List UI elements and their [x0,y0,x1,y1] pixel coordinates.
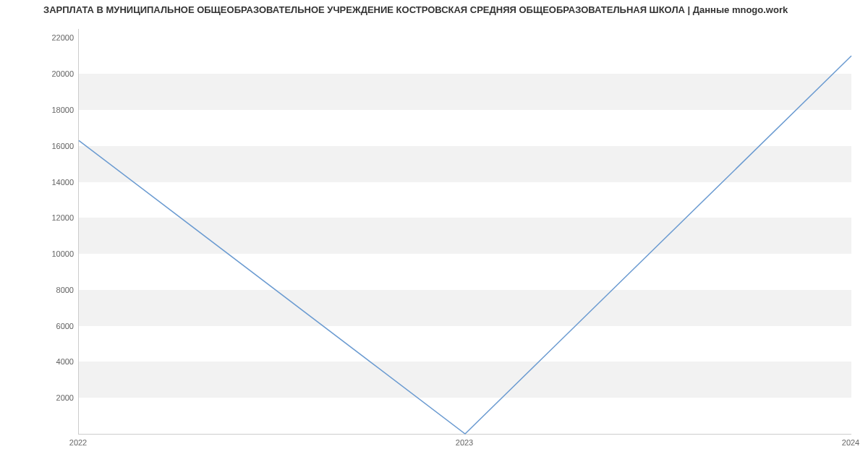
chart-title: ЗАРПЛАТА В МУНИЦИПАЛЬНОЕ ОБЩЕОБРАЗОВАТЕЛ… [43,4,788,15]
y-tick-label: 18000 [9,106,74,114]
y-tick-label: 4000 [9,357,74,366]
x-tick-label: 2024 [842,438,859,447]
y-tick-label: 8000 [9,286,74,294]
x-tick-label: 2022 [69,438,87,447]
y-tick-label: 16000 [9,142,74,150]
x-tick-label: 2023 [456,438,473,447]
y-tick-label: 12000 [9,213,74,222]
y-tick-label: 2000 [9,393,74,402]
y-tick-label: 20000 [9,69,74,78]
series-path [79,56,851,434]
y-tick-label: 22000 [9,33,74,42]
plot-area [78,29,851,435]
y-tick-label: 14000 [9,178,74,187]
line-series [79,29,851,434]
y-tick-label: 10000 [9,249,74,258]
y-tick-label: 6000 [9,322,74,330]
chart-container: ЗАРПЛАТА В МУНИЦИПАЛЬНОЕ ОБЩЕОБРАЗОВАТЕЛ… [0,0,868,470]
